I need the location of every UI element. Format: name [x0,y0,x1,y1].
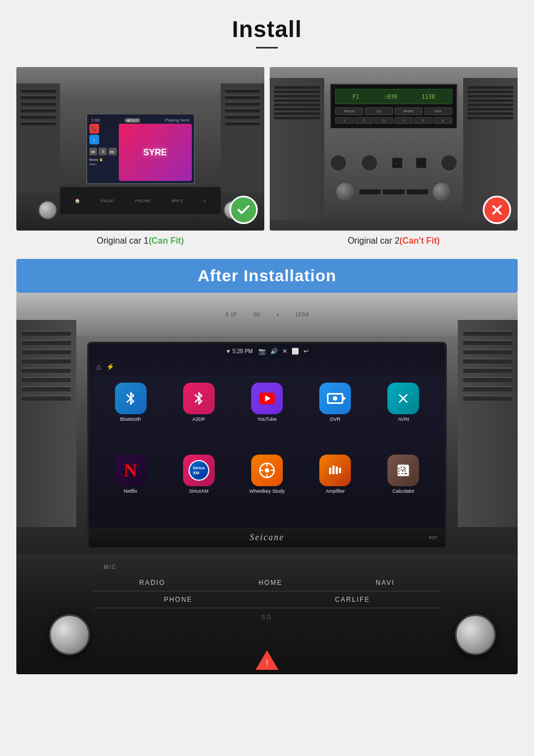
divider-line2 [93,608,441,608]
after-installation-banner: After Installation [16,259,518,293]
carlife-label: CARLIFE [335,596,371,603]
youtube-app-label: YouTube [257,416,276,422]
app-item-youtube[interactable]: YouTube [236,383,298,448]
siriusxm-app-label: SiriusXM [189,488,209,494]
top-info-text2: 60 [253,311,260,318]
cp-main: 📞 ♪ ⏮ ⏸ ⏭ Ninety ✋ Jaden [89,124,192,181]
carplay-screen: 1:00 ◀ Back Playing Next 📞 ♪ ⏮ ⏸ [87,114,194,183]
app-item-wheelkey[interactable]: Wheelkey Study [236,455,298,520]
car1-image-wrap: 1:00 ◀ Back Playing Next 📞 ♪ ⏮ ⏸ [16,67,264,231]
car1-background: 1:00 ◀ Back Playing Next 📞 ♪ ⏮ ⏸ [16,67,264,231]
car1-label: Original car 1(Can Fit) [96,236,184,246]
dvr-app-label: DVR [330,416,341,422]
divider-line1 [93,591,441,591]
top-nav-bar: ⌂ ⚡ [89,359,445,375]
warning-triangle-icon: ! [256,650,278,670]
status-bar: ▼ 5:28 PM 📷 🔊 ✕ ⬜ ↩ [89,343,445,359]
svg-point-5 [265,468,269,473]
sd-label: SD [262,614,272,620]
cp-phone-icon: 📞 [89,124,99,134]
cant-fit-badge [483,196,511,224]
bottom-left-knob[interactable] [49,614,90,655]
app-item-a2dp[interactable]: A2DP [168,383,229,448]
status-time: ▼ 5:28 PM [226,348,253,354]
install-item-car2: F1 :039 1138 TRACK CD RADIO AUX 1 2 3 [270,67,518,246]
rst-label: RST [429,535,438,540]
window-status-icon: ⬜ [292,348,299,355]
app-item-dvr[interactable]: DVR [305,383,366,448]
seicane-text: Seicane [250,533,284,542]
home-icon: ⌂ [96,362,101,371]
radio-label: RADIO [139,579,165,586]
car-interior-bg: 8 1F 60 • 1F54 [16,293,518,674]
navi-label: NAVI [375,579,395,586]
top-info-text4: 1F54 [295,311,309,318]
app-item-amplifier[interactable]: Amplifier [305,455,366,520]
cp-song-title: Ninety ✋ [89,158,117,161]
wifi-icon: ⚡ [106,363,114,371]
app-item-calculator[interactable]: Calculator [373,455,434,520]
wheelkey-app-label: Wheelkey Study [249,488,284,494]
app-item-avin[interactable]: AVIN [373,383,434,448]
car2-background: F1 :039 1138 TRACK CD RADIO AUX 1 2 3 [270,67,518,231]
bottom-controls-area: RADIO HOME NAVI PHONE CARLIFE SD [93,579,441,621]
a2dp-app-label: A2DP [192,416,205,422]
car2-label: Original car 2(Can't Fit) [348,236,440,246]
after-installation-photo: 8 1F 60 • 1F54 [16,293,518,674]
header-underline [256,47,278,49]
cp-album-text: SYRE [143,148,167,158]
wheelkey-app-icon [251,455,283,486]
android-screen: ▼ 5:28 PM 📷 🔊 ✕ ⬜ ↩ ⌂ ⚡ [89,343,445,547]
calculator-app-label: Calculator [392,488,415,494]
car2-right-knob [432,182,452,202]
phone-label: PHONE [164,596,193,603]
dvr-app-icon [319,383,351,414]
app-item-siriusxm[interactable]: SiriusXM SiriusXM [168,455,229,520]
cp-top-bar: 1:00 ◀ Back Playing Next [89,117,192,124]
cp-music-icon: ♪ [89,135,99,144]
carplay-screen-wrap: 1:00 ◀ Back Playing Next 📞 ♪ ⏮ ⏸ [86,113,195,184]
mic-label: MIC [104,564,117,570]
bluetooth-app-label: Bluetooth [120,416,141,422]
car2-image-wrap: F1 :039 1138 TRACK CD RADIO AUX 1 2 3 [270,67,518,231]
left-vent [16,320,76,527]
avin-app-icon [387,383,419,414]
amplifier-app-label: Amplifier [326,488,345,494]
volume-status-icon: 🔊 [270,348,278,355]
page-title: Install [0,16,534,43]
top-info-text3: • [277,311,279,318]
can-fit-badge [229,196,258,224]
bluetooth-app-icon [115,383,147,414]
car2-left-knob [335,182,356,202]
bottom-dash: MIC RADIO HOME NAVI PHONE CARLIFE SD [16,554,518,674]
cp-album-art: SYRE [119,124,192,181]
seicane-bar: Seicane RST [89,528,445,547]
app-item-bluetooth[interactable]: Bluetooth [100,383,161,448]
install-item-car1: 1:00 ◀ Back Playing Next 📞 ♪ ⏮ ⏸ [16,67,264,246]
android-screen-wrap: ▼ 5:28 PM 📷 🔊 ✕ ⬜ ↩ ⌂ ⚡ [87,342,447,549]
a2dp-app-icon [183,383,215,414]
svg-rect-13 [339,468,341,473]
top-info-text1: 8 1F [225,311,237,318]
bottom-right-knob[interactable] [455,614,496,655]
svg-rect-10 [329,468,331,474]
calculator-app-icon [387,455,419,486]
netflix-app-icon: N [115,455,147,486]
home-label: HOME [258,579,282,586]
close-status-icon: ✕ [282,348,287,355]
netflix-app-label: Netflix [124,488,137,494]
right-vent [458,320,518,527]
siriusxm-app-icon: SiriusXM [183,455,215,486]
cp-artist: Jaden [89,162,117,166]
app-item-netflix[interactable]: N Netflix [100,455,161,520]
youtube-app-icon [251,383,283,414]
avin-app-label: AVIN [398,416,409,422]
svg-rect-11 [332,465,335,474]
header-section: Install [0,0,534,54]
install-row: 1:00 ◀ Back Playing Next 📞 ♪ ⏮ ⏸ [16,67,518,246]
cp-left-apps: 📞 ♪ ⏮ ⏸ ⏭ Ninety ✋ Jaden [89,124,117,181]
left-knob[interactable] [38,201,57,220]
amplifier-app-icon [319,455,351,486]
svg-rect-12 [336,467,338,474]
back-status-icon: ↩ [304,348,308,355]
